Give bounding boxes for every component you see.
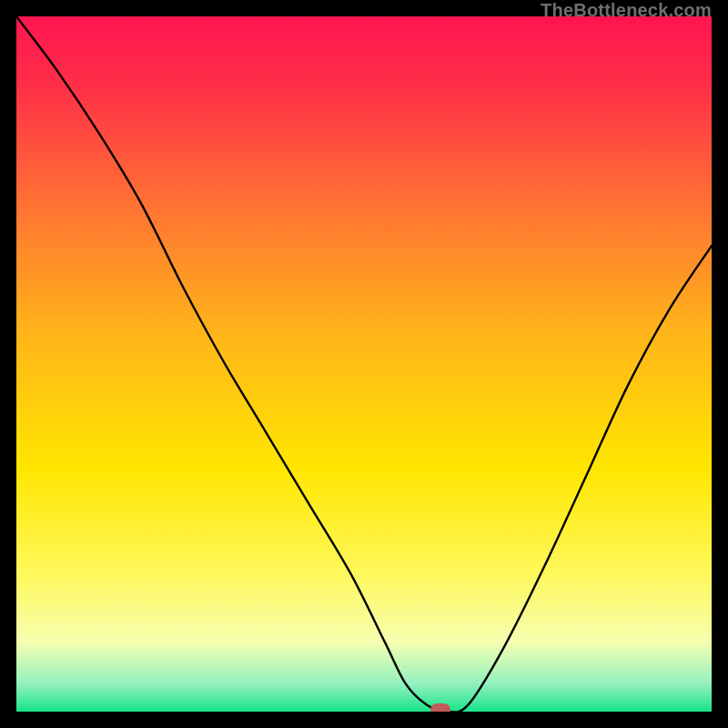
chart-frame: TheBottleneck.com xyxy=(0,0,728,728)
plot-area xyxy=(16,16,712,712)
optimum-marker xyxy=(430,703,450,712)
watermark-text: TheBottleneck.com xyxy=(541,0,712,21)
bottleneck-curve xyxy=(16,16,712,712)
